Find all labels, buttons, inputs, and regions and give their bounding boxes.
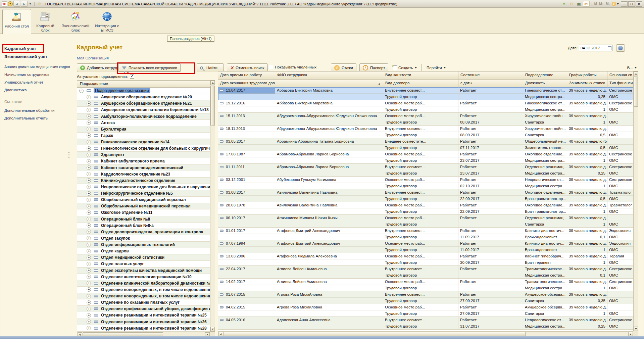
column-subheader[interactable] [275, 80, 383, 87]
expand-icon[interactable]: + [87, 313, 91, 318]
date-calendar-button[interactable] [607, 45, 612, 51]
expand-icon[interactable]: + [87, 114, 91, 118]
expand-icon[interactable]: + [87, 255, 91, 260]
tree-item[interactable]: +Отделение по оказанию платных услуг [77, 299, 210, 306]
column-header[interactable]: Подразделение [523, 71, 567, 80]
tree-item[interactable]: +Отделение новорожденных, в том числе не… [77, 293, 210, 299]
employee-row[interactable]: 03.12.2001Абубекярова Гульсум НагимовнаО… [218, 177, 633, 189]
tree-item[interactable]: +Операционный блок №8-а [77, 223, 210, 229]
info-button[interactable]: i [611, 1, 620, 7]
employee-row[interactable]: 13.04.2017Аббазова Виктория МаратовнаВну… [218, 87, 633, 100]
my-organization-link[interactable]: Моя Организация [77, 56, 109, 60]
expand-icon[interactable]: + [87, 101, 91, 106]
employee-row[interactable]: 03.08.2017Авилочкина Валентина ПавловнаВ… [218, 189, 633, 202]
expand-icon[interactable]: + [87, 223, 91, 228]
expand-icon[interactable]: + [87, 217, 91, 221]
expand-icon[interactable]: + [87, 185, 91, 189]
main-menu-button[interactable]: ▼ [8, 1, 13, 6]
employee-row[interactable]: 17.08.1987Абрамова-Абрамова Лариса Борис… [218, 151, 633, 164]
tree-item[interactable]: +Акушерское обсервационное отделение №20 [77, 94, 210, 100]
tree-item[interactable]: +Акушерское обсервационное отделение №21 [77, 100, 210, 107]
expand-icon[interactable]: + [87, 140, 91, 144]
column-subheader[interactable]: с даты [458, 80, 523, 87]
tree-item[interactable]: +Неврологическое отделение для больных с… [77, 184, 210, 190]
tree-column-header[interactable]: Подразделение [77, 81, 210, 88]
tree-item[interactable]: +Кардиологическое отделение №23 [77, 171, 210, 178]
expand-icon[interactable]: + [87, 165, 91, 170]
employee-row[interactable]: 03.05.2017Абрамкина-Абрамкина Татьяна Бо… [218, 138, 633, 151]
tree-item[interactable]: +Нейрохирургическое отделение №5 [77, 190, 210, 197]
employee-row[interactable]: 14.02.2017Аглиева Лейсен АмильевнаОсновн… [218, 279, 633, 291]
expand-icon[interactable]: + [87, 133, 91, 138]
tree-item[interactable]: +Отдел закупок [77, 235, 210, 242]
employee-row[interactable]: 18.11.2013Абдурахмонова-Абдурахмонова Юл… [218, 126, 633, 138]
tab-desktop[interactable]: Рабочий стол [2, 9, 31, 34]
tree-item[interactable]: +Гинекологическое отделение для больных … [77, 145, 210, 152]
tree-item[interactable]: +Операционный блок №8 [77, 216, 210, 223]
table-vertical-scrollbar[interactable] [633, 71, 638, 331]
tree-item[interactable]: +Отдел экспертизы качества медицинской п… [77, 268, 210, 274]
tree-item[interactable]: +Отдел кадров [77, 248, 210, 254]
column-subheader[interactable]: Должность [523, 80, 567, 87]
expand-icon[interactable]: + [87, 275, 91, 279]
expand-icon[interactable]: + [87, 230, 91, 234]
employee-row[interactable]: 01.07.2015Агрова Роза МихайловнаВнутренн… [218, 291, 633, 304]
tree-item[interactable]: +Отделение новорожденных, в том числе не… [77, 287, 210, 293]
expand-icon[interactable]: + [87, 287, 91, 292]
all-actions-button[interactable]: В... [625, 64, 639, 71]
expand-icon[interactable]: + [87, 108, 91, 112]
actual-departments-checkbox[interactable]: ✓ [130, 74, 134, 79]
employee-row[interactable]: 19.12.2016Аббазова Виктория МаратовнаОсн… [218, 100, 633, 113]
memory-plus-button[interactable]: M+ [599, 2, 604, 6]
tree-item[interactable]: +Отдел информационных технологий [77, 242, 210, 248]
employee-row[interactable]: 06.10.2017Агакишиева Милаим Шахин КызыОс… [218, 215, 633, 228]
tree-vertical-scrollbar[interactable] [210, 81, 215, 332]
expand-icon[interactable]: + [87, 307, 91, 311]
sidebar-item-dop-obrabotki[interactable]: Дополнительные обработки [4, 108, 54, 112]
collapse-icon[interactable]: − [79, 89, 84, 93]
sidebar-item-dop-otchety[interactable]: Дополнительные отчеты [4, 116, 48, 120]
expand-icon[interactable]: + [87, 300, 91, 305]
employee-row[interactable]: 15.11.2013Абдурахмонова-Абдурахмонова Юл… [218, 113, 633, 126]
expand-icon[interactable]: + [87, 95, 91, 99]
tree-item[interactable]: +Кабинет амбулаторного приема [77, 158, 210, 164]
tree-item[interactable]: +Отдел делопроизводства, организации и к… [77, 229, 210, 235]
scroll-thumb[interactable] [210, 86, 215, 126]
tree-root-item[interactable]: − Подразделения организаций [77, 88, 210, 94]
edit-favorites-icon[interactable]: ✩ [568, 1, 575, 7]
sidebar-item-diagnostika[interactable]: Диагностика [4, 88, 27, 92]
expand-icon[interactable]: + [87, 204, 91, 208]
sidebar-item-universal-report[interactable]: Универсальный отчет [4, 80, 43, 84]
column-header[interactable]: ФИО сотрудника [275, 71, 383, 80]
calculator-icon[interactable]: ▦ [576, 1, 582, 7]
tree-item[interactable]: +Кабинет санитарно-эпидемиологический [77, 165, 210, 171]
tree-item[interactable]: +Отделение профессиональной уборки, дези… [77, 306, 210, 312]
column-subheader[interactable]: Тип финанси [607, 80, 635, 87]
tree-item[interactable]: +Отделение реанимации и интенсивной тера… [77, 325, 210, 332]
memory-minus-button[interactable]: M- [606, 2, 610, 6]
expand-icon[interactable]: + [87, 153, 91, 157]
column-subheader[interactable]: Вид договора [383, 80, 458, 87]
restore-button[interactable]: ❐ [628, 1, 635, 7]
expand-icon[interactable]: + [87, 243, 91, 247]
sidebar-item-nachisleniya[interactable]: Начисления сотрудников [4, 72, 49, 77]
expand-icon[interactable]: + [87, 320, 91, 324]
tab-egisz-integration[interactable]: Интеграция с ЕГИСЗ [93, 9, 121, 34]
employee-row[interactable]: 01.01.2017Агафонов Дмитрий Александрович… [218, 228, 633, 240]
tab-economic-block[interactable]: Экономический блок [59, 9, 92, 34]
employee-row[interactable]: 07.07.1994Агафонов Дмитрий Александрович… [218, 240, 633, 253]
tree-item[interactable]: +Отделение анестезиологии-реанимации №10 [77, 274, 210, 280]
expand-icon[interactable]: + [87, 281, 91, 285]
tree-item[interactable]: +Клинико-диагностическое отделение [77, 178, 210, 184]
column-header[interactable]: График работы [567, 71, 607, 80]
splitter-grip[interactable] [68, 151, 70, 159]
tab-hr-block[interactable]: Кадровый блок [33, 9, 58, 34]
show-fired-checkbox[interactable] [269, 65, 273, 69]
tree-item[interactable]: +Здравпункт [77, 152, 210, 158]
column-subheader[interactable]: Занимаемых ставок [567, 80, 607, 87]
tree-item[interactable]: +Отделение клинической лабораторной диаг… [77, 280, 210, 287]
tree-item[interactable]: +Общебольничный медицинский персонал [77, 197, 210, 203]
scroll-down-button[interactable] [210, 327, 215, 332]
back-button[interactable]: ◄ [13, 1, 20, 7]
employee-row[interactable]: 13.03.2006Агафонова Людмила АлексеевнаОс… [218, 253, 633, 266]
